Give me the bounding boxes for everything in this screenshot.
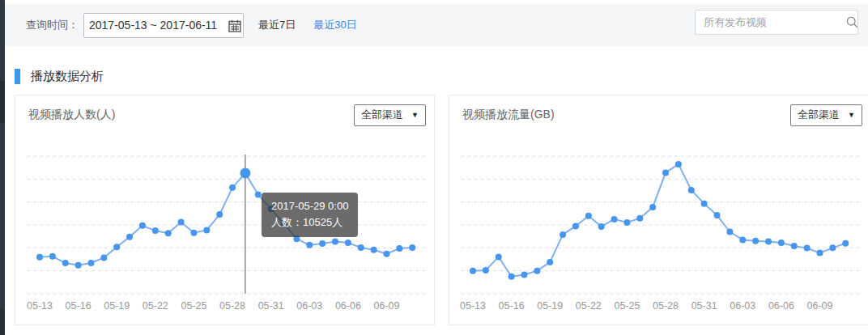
svg-text:05-22: 05-22 (576, 300, 602, 312)
section-title: 播放数据分析 (31, 69, 104, 84)
calendar-icon[interactable] (228, 19, 241, 32)
svg-text:06-09: 06-09 (806, 300, 832, 312)
traffic-chart-title: 视频播放流量(GB) (462, 108, 555, 122)
svg-text:05-13: 05-13 (27, 300, 53, 312)
svg-text:05-31: 05-31 (258, 300, 284, 312)
svg-text:06-06: 06-06 (768, 300, 794, 312)
date-range-picker[interactable] (83, 13, 244, 38)
svg-text:05-31: 05-31 (691, 300, 717, 312)
svg-text:06-03: 06-03 (296, 300, 322, 312)
sidebar-strip-segment (0, 81, 5, 123)
section-accent-bar (15, 69, 20, 84)
svg-text:05-22: 05-22 (143, 300, 168, 312)
svg-text:05-28: 05-28 (219, 300, 245, 312)
chevron-down-icon: ▼ (411, 111, 419, 119)
query-toolbar: 查询时间： 最近7日 最近30日 (5, 4, 868, 46)
viewers-chart-title: 视频播放人数(人) (28, 108, 115, 122)
sidebar-strip-segment (0, 309, 5, 335)
svg-text:06-03: 06-03 (730, 300, 755, 312)
traffic-line-chart[interactable]: 05-1305-1605-1905-2205-2505-2805-3106-03… (449, 128, 868, 326)
viewers-card-header: 视频播放人数(人) 全部渠道 ▼ (15, 95, 434, 126)
svg-text:05-28: 05-28 (653, 300, 679, 312)
svg-text:05-25: 05-25 (181, 300, 206, 312)
last-30-days-link[interactable]: 最近30日 (313, 18, 356, 32)
traffic-chart-card: 视频播放流量(GB) 全部渠道 ▼ 05-1305-1605-1905-2205… (449, 95, 868, 325)
viewers-channel-select[interactable]: 全部渠道 ▼ (354, 104, 426, 126)
svg-text:05-19: 05-19 (104, 300, 130, 312)
svg-text:05-25: 05-25 (614, 300, 640, 312)
sidebar-strip (0, 0, 5, 335)
viewers-channel-select-value: 全部渠道 (361, 108, 403, 122)
svg-text:05-19: 05-19 (537, 300, 563, 312)
last-7-days-link[interactable]: 最近7日 (258, 18, 296, 32)
search-icon[interactable] (846, 16, 858, 28)
traffic-channel-select-value: 全部渠道 (798, 108, 840, 122)
video-search-box[interactable] (695, 10, 858, 35)
svg-text:05-16: 05-16 (66, 300, 91, 312)
query-time-label: 查询时间： (26, 18, 79, 32)
traffic-card-header: 视频播放流量(GB) 全部渠道 ▼ (449, 95, 868, 126)
svg-text:05-16: 05-16 (499, 300, 525, 312)
viewers-chart-card: 视频播放人数(人) 全部渠道 ▼ 05-1305-1605-1905-2205-… (15, 95, 435, 325)
section-header: 播放数据分析 (15, 69, 104, 84)
chevron-down-icon: ▼ (848, 111, 855, 119)
traffic-channel-select[interactable]: 全部渠道 ▼ (790, 104, 862, 126)
svg-text:06-09: 06-09 (373, 300, 399, 312)
video-search-input[interactable] (696, 11, 846, 34)
svg-text:05-13: 05-13 (460, 300, 486, 312)
date-range-input[interactable] (84, 14, 243, 37)
svg-text:06-06: 06-06 (335, 300, 361, 312)
viewers-line-chart[interactable]: 05-1305-1605-1905-2205-2505-2805-3106-03… (15, 128, 436, 326)
